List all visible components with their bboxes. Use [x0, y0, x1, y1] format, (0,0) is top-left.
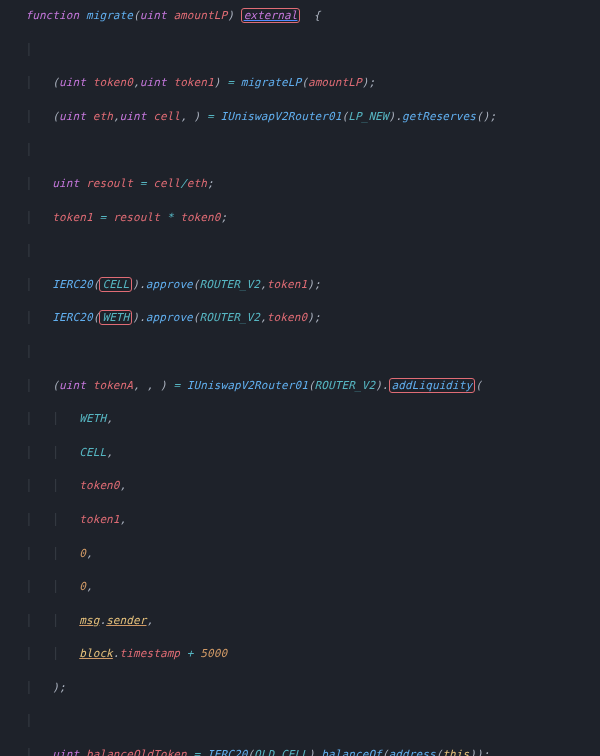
- code-line: │ │ 0,: [12, 546, 596, 563]
- code-line: │ uint resoult = cell/eth;: [12, 176, 596, 193]
- code-block: function migrate(uint amountLP) external…: [0, 0, 600, 756]
- code-line: │ IERC20(WETH).approve(ROUTER_V2,token0)…: [12, 310, 596, 327]
- code-line: │ (uint eth,uint cell, ) = IUniswapV2Rou…: [12, 109, 596, 126]
- code-line: │ │ block.timestamp + 5000: [12, 646, 596, 663]
- code-line: │ uint balanceOldToken = IERC20(OLD_CELL…: [12, 747, 596, 756]
- cell-constant: CELL: [99, 277, 132, 292]
- code-line: │ (uint token0,uint token1) = migrateLP(…: [12, 75, 596, 92]
- code-line: │ );: [12, 680, 596, 697]
- add-liquidity-call: addLiquidity: [389, 378, 476, 393]
- code-line: function migrate(uint amountLP) external…: [12, 8, 596, 25]
- external-keyword: external: [241, 8, 301, 23]
- code-line: │ │ token1,: [12, 512, 596, 529]
- code-line: │ │ WETH,: [12, 411, 596, 428]
- code-line: │ │ msg.sender,: [12, 613, 596, 630]
- weth-constant: WETH: [99, 310, 132, 325]
- code-line: │ │ CELL,: [12, 445, 596, 462]
- code-line: │ (uint tokenA, , ) = IUniswapV2Router01…: [12, 378, 596, 395]
- code-line: │ │ token0,: [12, 478, 596, 495]
- code-line: │ IERC20(CELL).approve(ROUTER_V2,token1)…: [12, 277, 596, 294]
- code-line: │ │ 0,: [12, 579, 596, 596]
- code-line: │ token1 = resoult * token0;: [12, 210, 596, 227]
